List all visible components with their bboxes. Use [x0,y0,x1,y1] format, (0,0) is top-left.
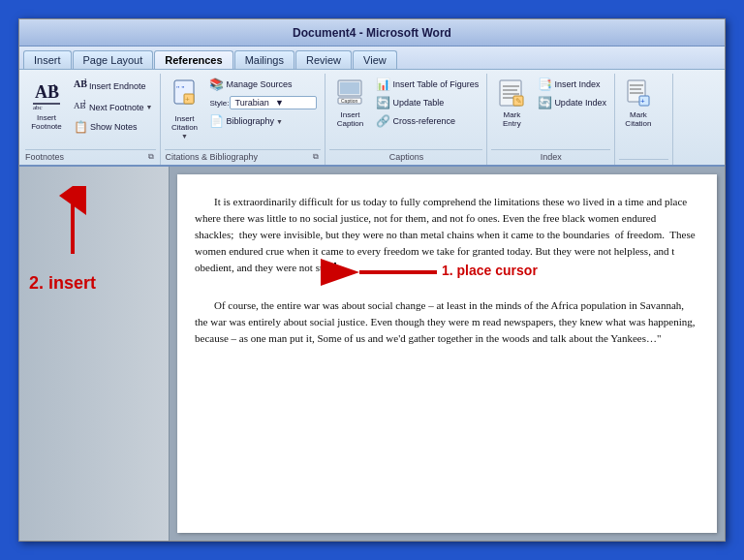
tab-page-layout[interactable]: Page Layout [73,50,154,69]
update-index-icon: 🔄 [538,96,552,109]
sidebar: 2. insert [19,167,170,541]
mark-citation-button[interactable]: + MarkCitation [619,76,658,132]
style-selector[interactable]: Style: Turabian ▼ [205,94,321,111]
insert-index-icon: 📑 [538,78,552,91]
citations-group-label: Citations & Bibliography ⧉ [165,149,321,163]
document-area: 2. insert It is extraordinarily difficul… [19,167,725,541]
tab-mailings[interactable]: Mailings [234,50,294,69]
window-title: Document4 - Microsoft Word [293,26,451,40]
mark-citation-icon: + [626,78,651,109]
tab-view[interactable]: View [353,50,397,69]
manage-sources-button[interactable]: 📚 Manage Sources [205,76,321,93]
cross-reference-icon: 🔗 [376,114,390,128]
insert-table-figures-label: Insert Table of Figures [392,79,479,89]
update-table-label: Update Table [392,98,444,108]
ribbon-group-citations: " " + InsertCitation ▼ 📚 Manage Sources [161,74,326,165]
paragraph-2: Of course, the entire war was about soci… [195,297,699,347]
next-footnote-label: Next Footnote [89,103,144,112]
citations-small-col: 📚 Manage Sources Style: Turabian ▼ 📄 Bib… [205,76,321,130]
cross-reference-label: Cross-reference [392,116,455,126]
svg-text:+: + [640,97,645,106]
manage-sources-label: Manage Sources [226,79,292,89]
insert-arrow [48,186,97,264]
insert-citation-dropdown-arrow: ▼ [181,133,188,140]
show-notes-label: Show Notes [90,122,138,132]
tab-insert[interactable]: Insert [23,50,72,69]
step2-label: 2. insert [29,273,96,294]
svg-rect-13 [340,82,359,94]
insert-citation-icon: " " + [170,78,198,113]
captions-small-col: 📊 Insert Table of Figures 🔄 Update Table… [372,76,482,130]
citations-expand-button[interactable]: ⧉ [311,152,321,162]
insert-index-label: Insert Index [554,79,600,89]
mark-entry-button[interactable]: ✎ MarkEntry [491,76,532,132]
bibliography-icon: 📄 [209,114,224,128]
insert-table-figures-button[interactable]: 📊 Insert Table of Figures [372,76,482,93]
svg-text:1: 1 [84,78,87,83]
ribbon-group-footnotes: AB 1 abc InsertFootnote AB [21,74,161,165]
step1-label: 1. place cursor [442,261,538,282]
update-table-icon: 🔄 [376,96,390,109]
insert-endnote-button[interactable]: AB 1 Insert Endnote [70,76,156,96]
insert-caption-button[interactable]: Caption InsertCaption [329,76,370,132]
insert-footnote-icon: AB 1 abc [33,78,60,113]
index-small-col: 📑 Insert Index 🔄 Update Index [534,76,610,111]
bibliography-button[interactable]: 📄 Bibliography ▼ [205,112,321,130]
style-dropdown[interactable]: Turabian ▼ [230,96,317,109]
bibliography-dropdown-arrow: ▼ [276,118,283,125]
svg-text:"  ": " " [176,85,185,94]
ribbon-group-mark-citation: + MarkCitation [615,74,673,165]
insert-endnote-icon: AB 1 [74,78,87,94]
manage-sources-icon: 📚 [209,78,224,91]
ribbon-group-index: ✎ MarkEntry 📑 Insert Index 🔄 Update Inde… [487,74,615,165]
mark-citation-group-label [619,159,668,163]
insert-table-figures-icon: 📊 [376,78,390,91]
svg-text:Caption: Caption [341,98,357,104]
cross-reference-button[interactable]: 🔗 Cross-reference [372,112,482,130]
next-footnote-icon: AB 1 [74,99,87,115]
index-group-label: Index [491,149,610,163]
step1-arrow [350,259,447,286]
index-content: ✎ MarkEntry 📑 Insert Index 🔄 Update Inde… [491,76,610,147]
footnotes-expand-button[interactable]: ⧉ [146,152,156,162]
tab-references[interactable]: References [154,50,232,69]
update-index-label: Update Index [554,98,606,108]
svg-text:✎: ✎ [515,97,522,106]
document-page[interactable]: It is extraordinarily difficult for us t… [177,174,717,533]
captions-content: Caption InsertCaption 📊 Insert Table of … [329,76,482,147]
insert-endnote-label: Insert Endnote [89,81,146,91]
footnotes-content: AB 1 abc InsertFootnote AB [25,76,156,147]
insert-index-button[interactable]: 📑 Insert Index [534,76,610,93]
title-bar: Document4 - Microsoft Word [19,19,725,47]
svg-text:+: + [185,95,190,104]
citations-content: " " + InsertCitation ▼ 📚 Manage Sources [165,76,321,147]
ribbon-group-captions: Caption InsertCaption 📊 Insert Table of … [326,74,487,165]
insert-caption-icon: Caption [336,78,363,109]
tab-bar: Insert Page Layout References Mailings R… [19,47,725,70]
footnotes-small-col: AB 1 Insert Endnote AB 1 [70,76,156,136]
next-footnote-button[interactable]: AB 1 Next Footnote ▼ [70,97,156,117]
update-index-button[interactable]: 🔄 Update Index [534,94,610,111]
tab-review[interactable]: Review [295,50,352,69]
word-window: Document4 - Microsoft Word Insert Page L… [18,18,726,542]
next-footnote-dropdown-arrow: ▼ [146,104,153,110]
insert-citation-button[interactable]: " " + InsertCitation ▼ [165,76,203,142]
bibliography-label: Bibliography [226,116,274,126]
insert-footnote-button[interactable]: AB 1 abc InsertFootnote [25,76,68,135]
footnotes-group-label: Footnotes ⧉ [25,149,156,163]
svg-text:1: 1 [52,82,57,92]
captions-group-label: Captions [329,149,482,163]
show-notes-button[interactable]: 📋 Show Notes [70,118,156,136]
show-notes-icon: 📋 [74,120,88,134]
ribbon: AB 1 abc InsertFootnote AB [19,70,725,167]
mark-entry-icon: ✎ [498,78,525,109]
style-value: Turabian [234,98,272,108]
svg-text:1: 1 [83,99,86,105]
mark-citation-content: + MarkCitation [619,76,668,157]
style-label: Style: [209,99,229,108]
text-cursor [334,263,336,275]
update-table-button[interactable]: 🔄 Update Table [372,94,482,111]
style-dropdown-arrow: ▼ [275,98,313,108]
svg-text:abc: abc [33,104,43,109]
